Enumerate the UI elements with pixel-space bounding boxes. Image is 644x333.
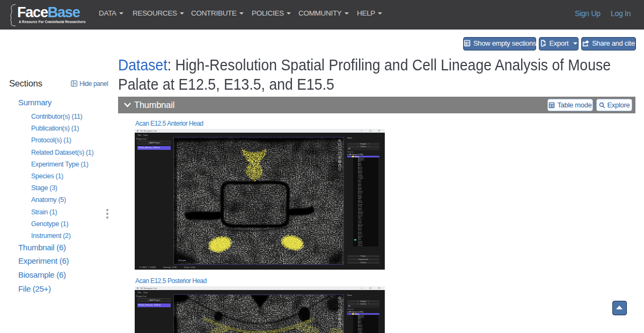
svg-text:10.0 µm: 10.0 µm <box>178 259 186 262</box>
